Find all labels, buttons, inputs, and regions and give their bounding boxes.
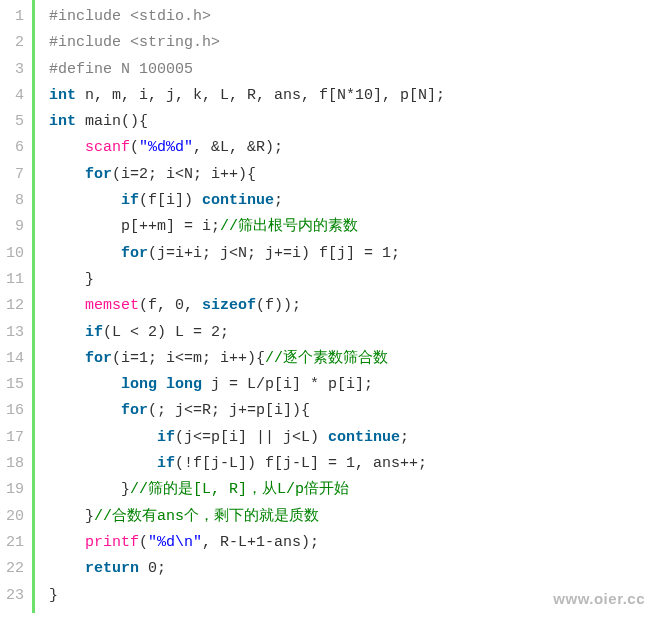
line-number: 22 xyxy=(6,556,24,582)
line-number: 23 xyxy=(6,583,24,609)
token-plain: (L < 2) L = 2; xyxy=(103,324,229,341)
token-kw: long xyxy=(166,376,202,393)
token-plain xyxy=(157,376,166,393)
token-plain: (f, 0, xyxy=(139,297,202,314)
token-plain: ; xyxy=(274,192,283,209)
token-kw: for xyxy=(121,245,148,262)
code-block: 1234567891011121314151617181920212223 #i… xyxy=(0,0,657,613)
token-fn: printf xyxy=(85,534,139,551)
token-kw: sizeof xyxy=(202,297,256,314)
code-line: if(j<=p[i] || j<L) continue; xyxy=(49,425,657,451)
token-plain: j = L/p[i] * p[i]; xyxy=(202,376,373,393)
token-cmt: //筛出根号内的素数 xyxy=(220,218,358,235)
code-line: scanf("%d%d", &L, &R); xyxy=(49,135,657,161)
line-number: 20 xyxy=(6,504,24,530)
token-plain: 0; xyxy=(139,560,166,577)
code-line: #include <stdio.h> xyxy=(49,4,657,30)
code-line: if(L < 2) L = 2; xyxy=(49,320,657,346)
token-fn: scanf xyxy=(85,139,130,156)
token-plain: (i=1; i<=m; i++){ xyxy=(112,350,265,367)
token-pp: #include <string.h> xyxy=(49,34,220,51)
token-plain: p[++m] = i; xyxy=(121,218,220,235)
token-cmt: //合数有ans个，剩下的就是质数 xyxy=(94,508,319,525)
token-plain: (!f[j-L]) f[j-L] = 1, ans++; xyxy=(175,455,427,472)
code-line: } xyxy=(49,267,657,293)
token-plain: ( xyxy=(139,534,148,551)
token-pp: #include <stdio.h> xyxy=(49,8,211,25)
line-number: 8 xyxy=(6,188,24,214)
token-fn: memset xyxy=(85,297,139,314)
token-plain: (j=i+i; j<N; j+=i) f[j] = 1; xyxy=(148,245,400,262)
line-number: 2 xyxy=(6,30,24,56)
token-plain: } xyxy=(85,271,94,288)
code-line: long long j = L/p[i] * p[i]; xyxy=(49,372,657,398)
line-number: 12 xyxy=(6,293,24,319)
token-plain: (j<=p[i] || j<L) xyxy=(175,429,328,446)
token-kw: if xyxy=(121,192,139,209)
line-number: 7 xyxy=(6,162,24,188)
token-plain: } xyxy=(121,481,130,498)
code-line: if(f[i]) continue; xyxy=(49,188,657,214)
line-number: 4 xyxy=(6,83,24,109)
token-plain: n, m, i, j, k, L, R, ans, f[N*10], p[N]; xyxy=(76,87,445,104)
line-number: 11 xyxy=(6,267,24,293)
token-str: "%d%d" xyxy=(139,139,193,156)
code-line: for(i=2; i<N; i++){ xyxy=(49,162,657,188)
token-plain: main(){ xyxy=(76,113,148,130)
token-kw: for xyxy=(121,402,148,419)
line-number: 21 xyxy=(6,530,24,556)
token-kw: continue xyxy=(202,192,274,209)
line-number: 17 xyxy=(6,425,24,451)
token-kw: int xyxy=(49,87,76,104)
code-line: }//合数有ans个，剩下的就是质数 xyxy=(49,504,657,530)
line-number: 16 xyxy=(6,398,24,424)
token-kw: long xyxy=(121,376,157,393)
token-plain: } xyxy=(85,508,94,525)
line-number: 13 xyxy=(6,320,24,346)
line-number-gutter: 1234567891011121314151617181920212223 xyxy=(0,0,35,613)
line-number: 9 xyxy=(6,214,24,240)
line-number: 3 xyxy=(6,57,24,83)
token-kw: for xyxy=(85,166,112,183)
code-line: #include <string.h> xyxy=(49,30,657,56)
line-number: 10 xyxy=(6,241,24,267)
token-str: "%d\n" xyxy=(148,534,202,551)
token-plain: ( xyxy=(130,139,139,156)
line-number: 15 xyxy=(6,372,24,398)
token-plain: ; xyxy=(400,429,409,446)
code-line: for(; j<=R; j+=p[i]){ xyxy=(49,398,657,424)
code-line: printf("%d\n", R-L+1-ans); xyxy=(49,530,657,556)
token-plain: (; j<=R; j+=p[i]){ xyxy=(148,402,310,419)
code-line: for(i=1; i<=m; i++){//逐个素数筛合数 xyxy=(49,346,657,372)
token-kw: if xyxy=(85,324,103,341)
line-number: 18 xyxy=(6,451,24,477)
code-line: memset(f, 0, sizeof(f)); xyxy=(49,293,657,319)
token-cmt: //逐个素数筛合数 xyxy=(265,350,388,367)
token-kw: int xyxy=(49,113,76,130)
token-kw: continue xyxy=(328,429,400,446)
token-cmt: //筛的是[L, R]，从L/p倍开始 xyxy=(130,481,349,498)
watermark: www.oier.cc xyxy=(553,590,645,607)
token-kw: if xyxy=(157,429,175,446)
code-line: int main(){ xyxy=(49,109,657,135)
code-line: if(!f[j-L]) f[j-L] = 1, ans++; xyxy=(49,451,657,477)
token-kw: return xyxy=(85,560,139,577)
code-line: }//筛的是[L, R]，从L/p倍开始 xyxy=(49,477,657,503)
line-number: 5 xyxy=(6,109,24,135)
code-line: return 0; xyxy=(49,556,657,582)
token-plain: (f)); xyxy=(256,297,301,314)
line-number: 1 xyxy=(6,4,24,30)
line-number: 14 xyxy=(6,346,24,372)
token-kw: if xyxy=(157,455,175,472)
token-plain: (f[i]) xyxy=(139,192,202,209)
code-line: #define N 100005 xyxy=(49,57,657,83)
token-plain: } xyxy=(49,587,58,604)
token-plain: , R-L+1-ans); xyxy=(202,534,319,551)
token-kw: for xyxy=(85,350,112,367)
code-line: p[++m] = i;//筛出根号内的素数 xyxy=(49,214,657,240)
token-plain: , &L, &R); xyxy=(193,139,283,156)
code-line: int n, m, i, j, k, L, R, ans, f[N*10], p… xyxy=(49,83,657,109)
line-number: 19 xyxy=(6,477,24,503)
line-number: 6 xyxy=(6,135,24,161)
token-pp: #define N 100005 xyxy=(49,61,193,78)
